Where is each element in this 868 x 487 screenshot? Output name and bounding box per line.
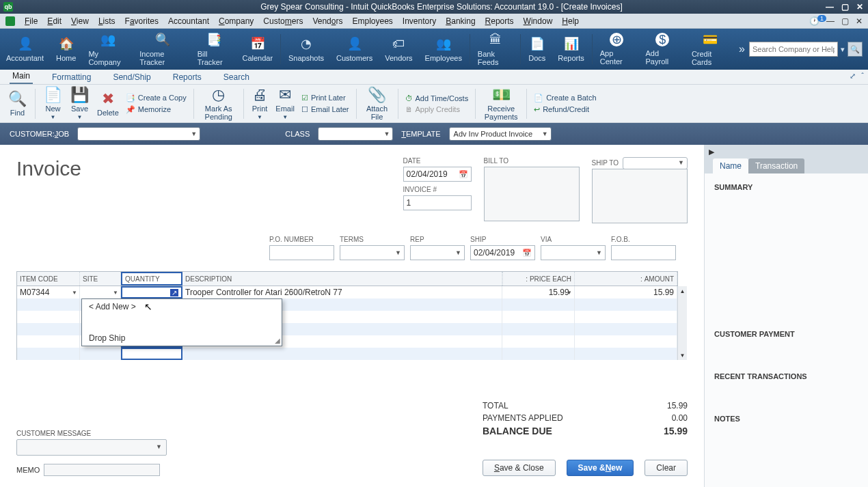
child-close[interactable]: ✕ bbox=[856, 16, 863, 26]
line-item-code[interactable]: M07344▼ bbox=[17, 286, 80, 298]
menu-employees[interactable]: Employees bbox=[352, 16, 392, 26]
col-item[interactable]: ITEM CODE bbox=[17, 272, 80, 286]
invno-field[interactable]: 1 bbox=[403, 195, 472, 210]
menu-window[interactable]: Window bbox=[524, 16, 553, 26]
save-new-button[interactable]: Save & New bbox=[567, 460, 634, 476]
menu-banking[interactable]: Banking bbox=[446, 16, 475, 26]
rep-dropdown[interactable]: ▼ bbox=[410, 245, 465, 260]
ribbon-receive-payments[interactable]: 💵Receive Payments bbox=[481, 85, 521, 122]
ribbon-refund[interactable]: ↩Refund/Credit bbox=[532, 105, 597, 115]
shipto-dropdown[interactable]: ▼ bbox=[623, 157, 688, 169]
tb-vendors[interactable]: 🏷Vendors bbox=[379, 33, 418, 65]
expand-icon[interactable]: ↗ bbox=[170, 289, 178, 296]
tb-appcenter[interactable]: ⊕App Center bbox=[594, 30, 640, 68]
child-minimize[interactable]: — bbox=[826, 16, 835, 26]
ribbon-mark-pending[interactable]: ◷Mark As Pending bbox=[200, 85, 238, 122]
tab-main[interactable]: Main bbox=[10, 69, 33, 84]
ship-field[interactable]: 02/04/2019📅 bbox=[470, 245, 535, 260]
ribbon-add-time[interactable]: ⏱Add Time/Costs bbox=[404, 94, 470, 103]
line-price[interactable]: 15.99 ▼ bbox=[502, 286, 575, 298]
menu-reports[interactable]: Reports bbox=[485, 16, 514, 26]
tb-customers[interactable]: 👤Customers bbox=[330, 33, 379, 65]
menu-customers[interactable]: Customers bbox=[263, 16, 303, 26]
scroll-down-icon[interactable]: ▼ bbox=[678, 350, 687, 360]
fob-field[interactable] bbox=[611, 245, 676, 260]
ribbon-save[interactable]: 💾Save▼ bbox=[68, 85, 92, 122]
ribbon-email[interactable]: ✉Email▼ bbox=[273, 85, 297, 122]
tab-search[interactable]: Search bbox=[221, 70, 252, 84]
calendar-icon[interactable]: 📅 bbox=[522, 249, 532, 258]
minimize-button[interactable]: — bbox=[825, 2, 835, 12]
menu-accountant[interactable]: Accountant bbox=[168, 16, 209, 26]
col-price[interactable]: : PRICE EACH bbox=[502, 272, 575, 286]
reminders-button[interactable]: 🕐1 bbox=[809, 16, 819, 26]
ribbon-delete[interactable]: ✖Delete bbox=[94, 89, 122, 118]
customer-message-dropdown[interactable]: ▼ bbox=[16, 439, 167, 456]
tb-snapshots[interactable]: ◔Snapshots bbox=[282, 33, 330, 65]
child-restore[interactable]: ▢ bbox=[841, 16, 849, 26]
tb-calendar[interactable]: 📅Calendar bbox=[236, 33, 280, 65]
tb-payroll[interactable]: $Add Payroll bbox=[640, 30, 686, 68]
search-input[interactable] bbox=[749, 42, 838, 57]
line-qty[interactable]: ↗ bbox=[121, 286, 182, 298]
clear-button[interactable]: Clear bbox=[645, 460, 688, 476]
calendar-icon[interactable]: 📅 bbox=[459, 170, 468, 179]
search-go-button[interactable]: 🔍 bbox=[847, 42, 863, 57]
menu-help[interactable]: Help bbox=[562, 16, 579, 26]
tab-sendship[interactable]: Send/Ship bbox=[110, 70, 153, 84]
dropdown-drop-ship[interactable]: Drop Ship bbox=[82, 331, 282, 346]
table-row[interactable] bbox=[17, 348, 677, 360]
tb-accountant[interactable]: 👤Accountant bbox=[0, 33, 50, 65]
line-site[interactable]: ▼ bbox=[80, 286, 121, 298]
expand-icon[interactable]: ⤢ bbox=[850, 72, 856, 81]
resize-grip-icon[interactable]: ◢ bbox=[275, 337, 280, 344]
class-dropdown[interactable]: ▼ bbox=[318, 127, 393, 141]
save-close-button[interactable]: Save & Close bbox=[483, 460, 556, 476]
terms-dropdown[interactable]: ▼ bbox=[340, 245, 405, 260]
ribbon-memorize[interactable]: 📌Memorize bbox=[124, 105, 188, 115]
template-dropdown[interactable]: Adv Inv Product Invoice▼ bbox=[449, 127, 552, 141]
tb-bill[interactable]: 📑Bill Tracker bbox=[191, 29, 236, 69]
menu-favorites[interactable]: Favorites bbox=[125, 16, 159, 26]
customer-job-dropdown[interactable]: ▼ bbox=[77, 127, 200, 141]
rpanel-tab-name[interactable]: Name bbox=[713, 158, 748, 173]
col-desc[interactable]: DESCRIPTION bbox=[182, 272, 502, 286]
close-button[interactable]: ✕ bbox=[855, 2, 865, 12]
menu-vendors[interactable]: Vendors bbox=[312, 16, 342, 26]
ribbon-attach[interactable]: 📎Attach File bbox=[362, 85, 392, 122]
ribbon-print-later[interactable]: ☑Print Later bbox=[300, 93, 351, 103]
menu-edit[interactable]: Edit bbox=[47, 16, 62, 26]
search-more-icon[interactable]: ▾ bbox=[841, 45, 845, 54]
panel-collapse-button[interactable]: ▶ bbox=[705, 145, 868, 158]
ribbon-print[interactable]: 🖨Print▼ bbox=[249, 85, 271, 122]
col-qty[interactable]: QUANTITY bbox=[121, 272, 182, 286]
ribbon-create-batch[interactable]: 📄Create a Batch bbox=[532, 93, 597, 103]
scroll-up-icon[interactable]: ▲ bbox=[678, 286, 687, 296]
tb-mycompany[interactable]: 👥My Company bbox=[82, 29, 133, 69]
col-site[interactable]: SITE bbox=[80, 272, 121, 286]
ribbon-new[interactable]: 📄New▼ bbox=[41, 85, 65, 122]
po-field[interactable] bbox=[269, 245, 334, 260]
tb-creditcards[interactable]: 💳Credit Cards bbox=[686, 29, 735, 69]
memo-field[interactable] bbox=[44, 464, 160, 476]
via-dropdown[interactable]: ▼ bbox=[541, 245, 606, 260]
toolbar-more-icon[interactable]: » bbox=[735, 43, 749, 55]
tab-formatting[interactable]: Formatting bbox=[49, 70, 94, 84]
menu-inventory[interactable]: Inventory bbox=[403, 16, 436, 26]
tb-reports[interactable]: 📊Reports bbox=[552, 33, 591, 65]
col-amount[interactable]: : AMOUNT bbox=[575, 272, 677, 286]
ribbon-find[interactable]: 🔍Find bbox=[5, 89, 29, 118]
line-amount[interactable]: 15.99 bbox=[575, 286, 677, 298]
date-field[interactable]: 02/04/2019📅 bbox=[403, 167, 472, 182]
tb-bankfeeds[interactable]: 🏛Bank Feeds bbox=[472, 29, 519, 69]
tb-employees[interactable]: 👥Employees bbox=[419, 33, 468, 65]
ribbon-email-later[interactable]: ☐Email Later bbox=[300, 105, 351, 115]
menu-view[interactable]: View bbox=[71, 16, 89, 26]
tb-home[interactable]: 🏠Home bbox=[50, 33, 82, 65]
tab-reports[interactable]: Reports bbox=[170, 70, 204, 84]
rpanel-tab-transaction[interactable]: Transaction bbox=[748, 158, 804, 173]
ribbon-apply-credits[interactable]: 🗎Apply Credits bbox=[404, 105, 470, 114]
shipto-field[interactable] bbox=[592, 169, 688, 223]
menu-file[interactable]: File bbox=[25, 16, 38, 26]
tb-income[interactable]: 🔍Income Tracker bbox=[133, 29, 191, 69]
